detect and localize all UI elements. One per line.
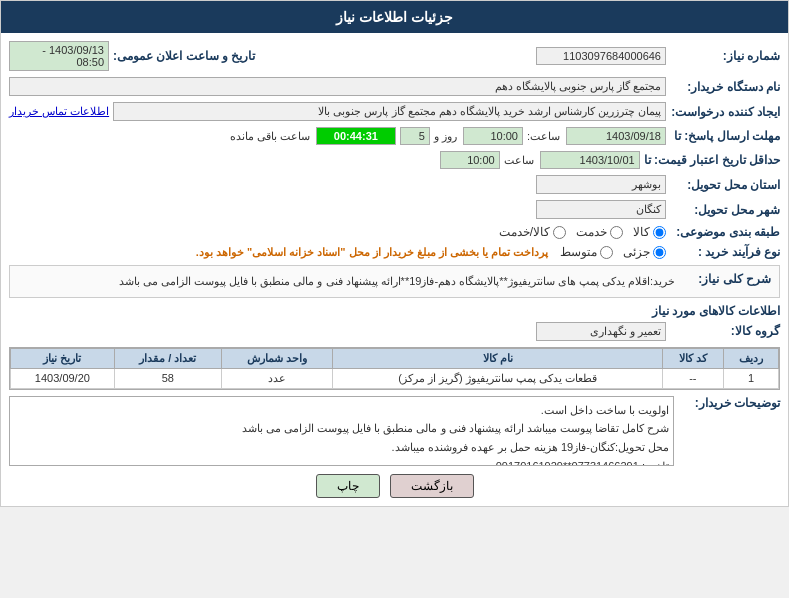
radio-khedmat: خدمت xyxy=(576,225,623,239)
kala-table-wrap: ردیف کد کالا نام کالا واحد شمارش تعداد /… xyxy=(9,347,780,390)
mohlatErsal-label: مهلت ارسال پاسخ: تا xyxy=(670,129,780,143)
tabaqe-radio-group: کالا خدمت کالا/خدمت xyxy=(499,225,666,239)
saatErsal-time: 10:00 xyxy=(463,127,523,145)
tozi-label: توضیحات خریدار: xyxy=(680,396,780,410)
cell-tarikh: 1403/09/20 xyxy=(11,368,115,388)
farayand-note: پرداخت تمام یا بخشی از مبلغ خریدار از مح… xyxy=(196,246,548,259)
radio-kala-khedmat-input[interactable] xyxy=(553,226,566,239)
cell-tedad: 58 xyxy=(114,368,221,388)
timer-value: 00:44:31 xyxy=(316,127,396,145)
farayand-radio-group: جزئی متوسط xyxy=(560,245,666,259)
row-tabaqe: طبقه بندی موضوعی: کالا خدمت کالا/خدمت xyxy=(9,225,780,239)
shomareNiaz-value: 1103097684000646 xyxy=(536,47,666,65)
kalaInfo-title: اطلاعات کالاهای مورد نیاز xyxy=(9,304,780,318)
ostan-label: استان محل تحویل: xyxy=(670,178,780,192)
kala-table: ردیف کد کالا نام کالا واحد شمارش تعداد /… xyxy=(10,348,779,389)
radio-khedmat-label: خدمت xyxy=(576,225,607,239)
saat-label: ساعت: xyxy=(527,130,560,143)
page-title: جزئیات اطلاعات نیاز xyxy=(336,9,453,25)
col-namKala: نام کالا xyxy=(333,348,662,368)
tozi-section: توضیحات خریدار: اولویت با ساخت داخل است.… xyxy=(9,396,780,466)
sharh-section: شرح کلی نیاز: خرید:اقلام یدکی پمپ های سا… xyxy=(9,265,780,298)
rooz-value: 5 xyxy=(400,127,430,145)
sharh-value: خرید:اقلام یدکی پمپ های سانتریفیوژ**پالا… xyxy=(119,272,675,291)
ostan-value: بوشهر xyxy=(536,175,666,194)
col-tarikh: تاریخ نیاز xyxy=(11,348,115,368)
radio-kala-khedmat: کالا/خدمت xyxy=(499,225,566,239)
cell-namKala: قطعات یدکی پمپ سانتریفیوژ (گریز از مرکز) xyxy=(333,368,662,388)
radio-jozi-input[interactable] xyxy=(653,246,666,259)
row-ostan: استان محل تحویل: بوشهر xyxy=(9,175,780,194)
cell-vahed: عدد xyxy=(221,368,333,388)
shahr-label: شهر محل تحویل: xyxy=(670,203,780,217)
radio-mottavas: متوسط xyxy=(560,245,613,259)
tarikhErsal-date: 1403/09/18 xyxy=(566,127,666,145)
noeFarayand-label: نوع فرآیند خرید : xyxy=(670,245,780,259)
hadaqalTarikh-date: 1403/10/01 xyxy=(540,151,640,169)
row-noeFarayand: نوع فرآیند خرید : جزئی متوسط پرداخت تمام… xyxy=(9,245,780,259)
row-shomara-tarikh: شماره نیاز: 1103097684000646 تاریخ و ساع… xyxy=(9,41,780,71)
baghimande-label: ساعت باقی مانده xyxy=(230,130,310,143)
table-row: 1--قطعات یدکی پمپ سانتریفیوژ (گریز از مر… xyxy=(11,368,779,388)
table-header-row: ردیف کد کالا نام کالا واحد شمارش تعداد /… xyxy=(11,348,779,368)
tarikhElan-label: تاریخ و ساعت اعلان عمومی: xyxy=(113,49,255,63)
shomareNiaz-label: شماره نیاز: xyxy=(670,49,780,63)
sharh-label: شرح کلی نیاز: xyxy=(681,272,771,286)
tozi-content: اولویت با ساخت داخل است.شرح کامل تقاضا پ… xyxy=(9,396,674,466)
radio-kala-khedmat-label: کالا/خدمت xyxy=(499,225,550,239)
hadaqal-saat-label: ساعت xyxy=(504,154,534,167)
radio-kala-input[interactable] xyxy=(653,226,666,239)
radio-jozi: جزئی xyxy=(623,245,666,259)
page-header: جزئیات اطلاعات نیاز xyxy=(1,1,788,33)
row-groupeKala: گروه کالا: تعمیر و نگهداری xyxy=(9,322,780,341)
temasKhardar-link[interactable]: اطلاعات تماس خریدار xyxy=(9,105,109,118)
btn-area: بازگشت چاپ xyxy=(9,474,780,498)
cell-radif: 1 xyxy=(724,368,779,388)
groupeKala-value: تعمیر و نگهداری xyxy=(536,322,666,341)
hadaqalSaat-value: 10:00 xyxy=(440,151,500,169)
radio-mottavas-input[interactable] xyxy=(600,246,613,259)
back-button[interactable]: بازگشت xyxy=(390,474,474,498)
tabaqebandi-label: طبقه بندی موضوعی: xyxy=(670,225,780,239)
ijadKonande-value: پیمان چترزرین کارشناس ارشد خرید پالایشگا… xyxy=(113,102,666,121)
radio-kala-label: کالا xyxy=(633,225,650,239)
col-radif: ردیف xyxy=(724,348,779,368)
rooz-label: روز و xyxy=(434,130,457,143)
hadaqalTarikh-label: حداقل تاریخ اعتبار قیمت: تا xyxy=(644,153,780,167)
groupeKala-label: گروه کالا: xyxy=(670,324,780,338)
print-button[interactable]: چاپ xyxy=(316,474,380,498)
row-hadaqal: حداقل تاریخ اعتبار قیمت: تا 1403/10/01 س… xyxy=(9,151,780,169)
col-tedad: تعداد / مقدار xyxy=(114,348,221,368)
main-container: جزئیات اطلاعات نیاز شماره نیاز: 11030976… xyxy=(0,0,789,507)
col-codKala: کد کالا xyxy=(662,348,723,368)
cell-codKala: -- xyxy=(662,368,723,388)
col-vahed: واحد شمارش xyxy=(221,348,333,368)
row-mohlat: مهلت ارسال پاسخ: تا 1403/09/18 ساعت: 10:… xyxy=(9,127,780,145)
namDastgah-value: مجتمع گاز پارس جنوبی پالایشگاه دهم xyxy=(9,77,666,96)
radio-kala: کالا xyxy=(633,225,666,239)
shahr-value: کنگان xyxy=(536,200,666,219)
ijadKonande-label: ایجاد کننده درخواست: xyxy=(670,105,780,119)
tarikhElan-date: 1403/09/13 - 08:50 xyxy=(9,41,109,71)
radio-mottavas-label: متوسط xyxy=(560,245,597,259)
row-ijadkonande: ایجاد کننده درخواست: پیمان چترزرین کارشن… xyxy=(9,102,780,121)
row-namdastgah: نام دستگاه خریدار: مجتمع گاز پارس جنوبی … xyxy=(9,77,780,96)
content-area: شماره نیاز: 1103097684000646 تاریخ و ساع… xyxy=(1,33,788,506)
radio-jozi-label: جزئی xyxy=(623,245,650,259)
row-shahr: شهر محل تحویل: کنگان xyxy=(9,200,780,219)
namDastgah-label: نام دستگاه خریدار: xyxy=(670,80,780,94)
radio-khedmat-input[interactable] xyxy=(610,226,623,239)
